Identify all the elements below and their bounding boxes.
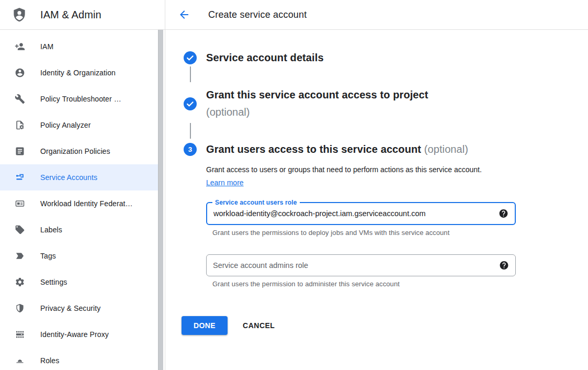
sidebar: IAM & Admin IAM Identity & Organization …	[0, 0, 165, 370]
main-panel: Create service account Service account d…	[165, 0, 588, 370]
iap-grid-icon	[15, 329, 25, 340]
create-service-account-form: Service account details Grant this servi…	[165, 30, 588, 335]
tag-arrow-icon	[15, 251, 25, 261]
sidebar-item-policy-troubleshooter[interactable]: Policy Troubleshooter …	[0, 86, 158, 112]
sidebar-item-label: Settings	[40, 278, 67, 286]
step-2-title: Grant this service account access to pro…	[206, 86, 428, 104]
sidebar-item-roles[interactable]: Roles	[0, 347, 158, 370]
admins-role-field	[206, 254, 516, 276]
step-2-optional-label: (optional)	[206, 104, 428, 121]
step-connector	[190, 66, 191, 82]
sidebar-item-organization-policies[interactable]: Organization Policies	[0, 138, 158, 164]
step-2-grant-access-to-project: Grant this service account access to pro…	[184, 86, 588, 121]
page-title: Create service account	[208, 9, 307, 20]
badge-card-icon	[15, 198, 25, 209]
sidebar-item-label: Privacy & Security	[40, 304, 100, 312]
sidebar-item-iam[interactable]: IAM	[0, 33, 158, 60]
sidebar-item-label: Service Accounts	[40, 173, 97, 182]
check-circle-icon	[184, 97, 197, 110]
admins-role-helper-text: Grant users the permission to administer…	[212, 280, 588, 288]
sidebar-item-settings[interactable]: Settings	[0, 269, 158, 295]
sidebar-item-service-accounts[interactable]: Service Accounts	[0, 164, 158, 190]
step-3-grant-users-access: 3 Grant users access to this service acc…	[184, 143, 588, 156]
sidebar-item-policy-analyzer[interactable]: Policy Analyzer	[0, 112, 158, 138]
iam-admin-console: IAM & Admin IAM Identity & Organization …	[0, 0, 588, 370]
form-actions: DONE CANCEL	[182, 316, 588, 335]
sidebar-item-label: Workload Identity Federat…	[40, 199, 133, 208]
sidebar-item-label: Policy Troubleshooter …	[40, 95, 121, 103]
policy-analyzer-icon	[15, 120, 25, 130]
person-add-icon	[15, 41, 25, 52]
sidebar-item-label: Policy Analyzer	[40, 121, 91, 129]
article-icon	[15, 146, 25, 156]
sidebar-item-workload-identity-federat[interactable]: Workload Identity Federat…	[0, 190, 158, 217]
service-account-icon	[15, 172, 25, 183]
sidebar-item-privacy-security[interactable]: Privacy & Security	[0, 295, 158, 321]
step-3-optional-label: (optional)	[424, 143, 468, 155]
step-3-description: Grant access to users or groups that nee…	[206, 163, 497, 189]
users-role-field-label: Service account users role	[212, 198, 300, 207]
sidebar-nav: IAM Identity & Organization Policy Troub…	[0, 30, 165, 370]
label-tag-icon	[15, 225, 25, 235]
step-3-number-badge: 3	[184, 143, 197, 156]
sidebar-item-label: Organization Policies	[40, 147, 110, 155]
users-role-helper-text: Grant users the permissions to deploy jo…	[212, 229, 588, 237]
users-role-field: Service account users role	[206, 202, 516, 225]
role-hat-icon	[15, 355, 25, 366]
step-1-service-account-details: Service account details	[184, 51, 588, 64]
sidebar-item-label: IAM	[40, 42, 53, 51]
sidebar-item-label: Tags	[40, 252, 56, 260]
back-button[interactable]	[178, 8, 190, 21]
cancel-button[interactable]: CANCEL	[243, 321, 275, 330]
help-icon[interactable]	[499, 261, 509, 271]
sidebar-item-labels[interactable]: Labels	[0, 217, 158, 243]
step-1-title: Service account details	[206, 52, 324, 64]
page-header: Create service account	[165, 0, 588, 30]
wrench-icon	[15, 94, 25, 104]
sidebar-header: IAM & Admin	[0, 0, 165, 30]
sidebar-title: IAM & Admin	[40, 9, 101, 21]
step-connector	[190, 123, 191, 139]
sidebar-item-identity-aware-proxy[interactable]: Identity-Aware Proxy	[0, 321, 158, 347]
check-circle-icon	[184, 51, 197, 64]
help-icon[interactable]	[499, 209, 508, 219]
sidebar-item-label: Labels	[40, 226, 62, 234]
sidebar-item-label: Identity-Aware Proxy	[40, 330, 109, 339]
arrow-back-icon	[178, 8, 190, 21]
sidebar-item-label: Roles	[40, 356, 59, 365]
done-button[interactable]: DONE	[182, 316, 228, 335]
gear-icon	[15, 277, 25, 287]
iam-shield-person-icon	[12, 7, 27, 23]
step-3-title: Grant users access to this service accou…	[206, 143, 468, 155]
admins-role-input[interactable]	[207, 255, 515, 276]
sidebar-scrollbar-thumb[interactable]	[158, 30, 163, 370]
learn-more-link[interactable]: Learn more	[206, 178, 244, 187]
sidebar-item-identity-organization[interactable]: Identity & Organization	[0, 60, 158, 86]
privacy-shield-icon	[15, 303, 25, 313]
account-circle-icon	[15, 68, 25, 78]
sidebar-item-tags[interactable]: Tags	[0, 243, 158, 269]
sidebar-item-label: Identity & Organization	[40, 69, 116, 77]
